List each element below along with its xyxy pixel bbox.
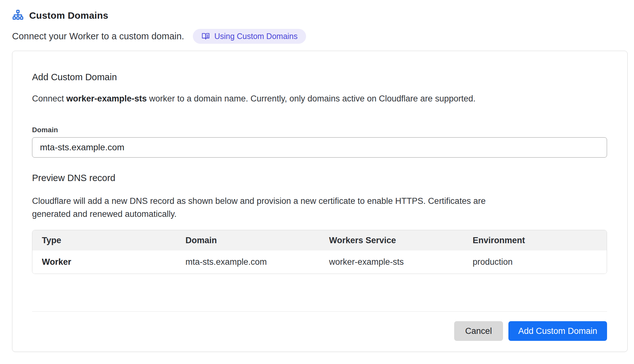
worker-name: worker-example-sts [66,94,147,103]
add-custom-domain-button[interactable]: Add Custom Domain [508,321,607,341]
card-description: Connect worker-example-sts worker to a d… [32,94,607,104]
sitemap-icon [12,10,24,21]
column-header-type: Type [32,230,176,250]
cell-environment: production [463,250,607,274]
add-custom-domain-card: Add Custom Domain Connect worker-example… [12,51,628,352]
cell-type: Worker [32,250,176,274]
page-subtitle-row: Connect your Worker to a custom domain. … [12,29,628,44]
custom-domains-page: Custom Domains Connect your Worker to a … [0,0,634,352]
table-header-row: Type Domain Workers Service Environment [32,230,607,250]
using-custom-domains-link[interactable]: Using Custom Domains [193,29,306,44]
description-prefix: Connect [32,94,66,103]
footer-divider [32,311,607,312]
cell-domain: mta-sts.example.com [176,250,320,274]
cancel-button[interactable]: Cancel [454,321,503,341]
page-header: Custom Domains [12,10,628,21]
cell-workers-service: worker-example-sts [320,250,463,274]
table-row: Worker mta-sts.example.com worker-exampl… [32,250,607,274]
card-footer: Cancel Add Custom Domain [32,321,607,341]
dns-record-table: Type Domain Workers Service Environment … [32,230,607,274]
page-subtitle: Connect your Worker to a custom domain. [12,31,184,42]
card-title: Add Custom Domain [32,72,607,82]
docs-badge-label: Using Custom Domains [214,32,298,41]
domain-field-label: Domain [32,126,607,134]
column-header-workers-service: Workers Service [320,230,463,250]
preview-dns-title: Preview DNS record [32,173,607,183]
column-header-environment: Environment [463,230,607,250]
domain-input[interactable] [32,137,607,158]
preview-dns-description: Cloudflare will add a new DNS record as … [32,195,517,220]
open-book-icon [201,32,210,41]
description-suffix: worker to a domain name. Currently, only… [147,94,476,103]
column-header-domain: Domain [176,230,320,250]
page-title: Custom Domains [29,10,108,21]
